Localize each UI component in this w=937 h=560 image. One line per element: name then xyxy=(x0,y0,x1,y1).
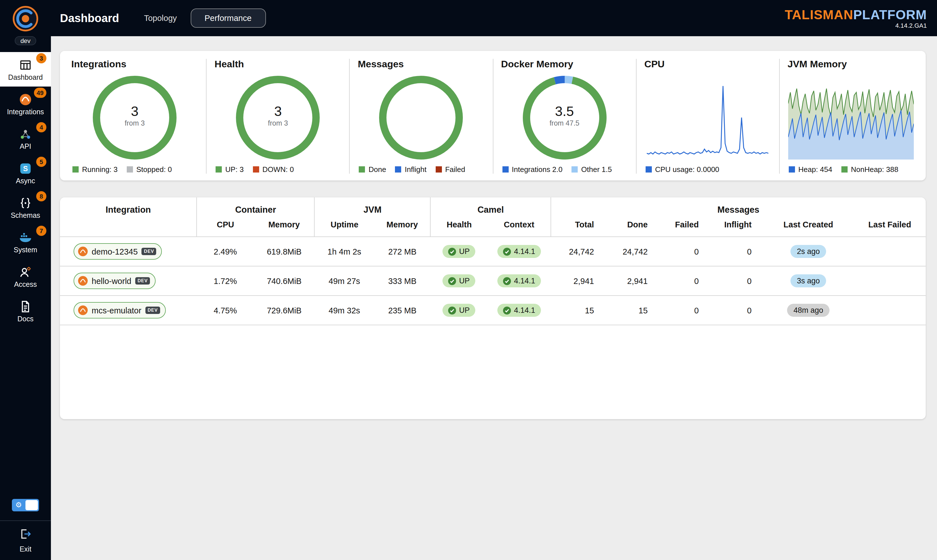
sidebar-item-label: System xyxy=(14,246,37,254)
panel-title: CPU xyxy=(644,59,771,70)
colheader-inflight: Inflight xyxy=(710,217,763,237)
legend-label: DOWN: 0 xyxy=(262,165,294,174)
sidebar-item-label: Schemas xyxy=(11,212,40,220)
camel-icon xyxy=(78,247,88,256)
camel-icon xyxy=(18,93,32,106)
sidebar-item-access[interactable]: Access xyxy=(0,259,51,294)
table-row-mcs-emulator: mcs-emulatorDEV4.75%729.6MiB49m 32s235 M… xyxy=(60,295,926,325)
health-badge: UP xyxy=(443,245,475,258)
legend-item: Integrations 2.0 xyxy=(502,165,562,174)
context-label: 4.14.1 xyxy=(514,306,535,314)
camel-icon xyxy=(78,276,88,286)
sidebar-item-exit[interactable]: Exit xyxy=(0,520,51,560)
sidebar-item-async[interactable]: 5SAsync xyxy=(0,155,51,190)
tab-performance[interactable]: Performance xyxy=(191,8,266,28)
colgroup-integration: Integration xyxy=(60,197,197,217)
cell-jvm_memory: 235 MB xyxy=(374,295,431,325)
cell-uptime: 49m 27s xyxy=(315,266,374,295)
integrations-chart: 3from 3 xyxy=(71,71,198,160)
integration-pill[interactable]: demo-12345DEV xyxy=(74,243,162,260)
version-label: 4.14.2.GA1 xyxy=(785,22,927,29)
integration-name: hello-world xyxy=(92,276,131,285)
header-tabs: TopologyPerformance xyxy=(136,8,266,28)
docker-whale-icon xyxy=(18,231,32,245)
brand-logo-icon[interactable] xyxy=(12,6,38,34)
count-badge: 4 xyxy=(36,122,46,132)
legend-swatch xyxy=(252,166,259,172)
panel-legend: CPU usage: 0.0000 xyxy=(644,165,771,174)
cell-failed: 0 xyxy=(659,266,710,295)
sidebar-item-docs[interactable]: Docs xyxy=(0,294,51,328)
legend-swatch xyxy=(215,166,222,172)
table-row-hello-world: hello-worldDEV1.72%740.6MiB49m 27s333 MB… xyxy=(60,266,926,295)
check-circle-icon xyxy=(448,306,456,314)
sidebar-item-label: Integrations xyxy=(7,108,44,116)
panel-legend: Running: 3Stopped: 0 xyxy=(71,165,198,174)
legend-label: Integrations 2.0 xyxy=(512,165,562,174)
sidebar-item-label: Dashboard xyxy=(8,74,43,82)
legend-item: Stopped: 0 xyxy=(127,165,172,174)
last-created-badge: 48m ago xyxy=(787,304,829,317)
legend-item: Inflight xyxy=(395,165,427,174)
cell-last-failed xyxy=(854,266,926,295)
sidebar-item-api[interactable]: 4API xyxy=(0,121,51,155)
colheader-context: Context xyxy=(488,217,551,237)
sidebar-item-label: Async xyxy=(16,177,35,185)
colheader-cpu: CPU xyxy=(197,217,254,237)
legend-label: UP: 3 xyxy=(225,165,243,174)
panel-legend: Heap: 454NonHeap: 388 xyxy=(788,165,914,174)
cell-jvm_memory: 333 MB xyxy=(374,266,431,295)
last-created-badge: 2s ago xyxy=(791,245,826,258)
legend-swatch xyxy=(502,166,508,172)
count-badge: 8 xyxy=(36,191,46,202)
panel-title: JVM Memory xyxy=(788,59,914,70)
colheader-uptime: Uptime xyxy=(315,217,374,237)
settings-toggle[interactable]: ⚙ xyxy=(12,499,39,511)
panel-legend: DoneInflightFailed xyxy=(358,165,485,174)
colheader-done: Done xyxy=(605,217,659,237)
legend-swatch xyxy=(72,166,78,172)
sidebar-item-dashboard[interactable]: 3Dashboard xyxy=(0,52,51,86)
panel-title: Health xyxy=(214,59,341,70)
cell-uptime: 1h 4m 2s xyxy=(315,237,374,266)
colgroup-container: Container xyxy=(197,197,314,217)
legend-label: CPU usage: 0.0000 xyxy=(655,165,719,174)
cell-last-failed xyxy=(854,295,926,325)
health-label: UP xyxy=(459,247,470,256)
legend-label: Heap: 454 xyxy=(799,165,832,174)
metrics-card: Integrations3from 3Running: 3Stopped: 0H… xyxy=(60,51,926,180)
legend-swatch xyxy=(842,166,848,172)
cell-total: 24,742 xyxy=(551,237,605,266)
cell-failed: 0 xyxy=(659,295,710,325)
panel-legend: Integrations 2.0Other 1.5 xyxy=(501,165,628,174)
sidebar-spacer xyxy=(0,328,51,494)
main-column: Dashboard TopologyPerformance TALISMANPL… xyxy=(51,0,937,560)
sidebar-item-label: Access xyxy=(14,280,37,288)
count-badge: 49 xyxy=(34,88,47,98)
colheader-memory: Memory xyxy=(254,217,314,237)
tab-topology[interactable]: Topology xyxy=(136,9,185,27)
metric-panel-jvm-memory: JVM MemoryHeap: 454NonHeap: 388 xyxy=(780,59,922,174)
colheader-last-failed: Last Failed xyxy=(854,217,926,237)
brand-name: TALISMANPLATFORM xyxy=(785,7,927,23)
legend-item: Done xyxy=(359,165,386,174)
app-root: dev 3Dashboard49Integrations4API5SAsync8… xyxy=(0,0,937,560)
sidebar-item-integrations[interactable]: 49Integrations xyxy=(0,86,51,121)
exit-label: Exit xyxy=(20,545,31,553)
messages-chart xyxy=(358,71,485,160)
colheader-last-created: Last Created xyxy=(763,217,854,237)
cell-last-failed xyxy=(854,237,926,266)
legend-swatch xyxy=(789,166,795,172)
integration-pill[interactable]: hello-worldDEV xyxy=(74,273,155,289)
check-circle-icon xyxy=(448,277,456,285)
access-user-gear-icon xyxy=(19,265,32,279)
panel-legend: UP: 3DOWN: 0 xyxy=(214,165,341,174)
sidebar-item-label: API xyxy=(20,143,31,151)
check-circle-icon xyxy=(448,248,456,255)
sidebar-item-system[interactable]: 7System xyxy=(0,225,51,259)
legend-item: Heap: 454 xyxy=(789,165,832,174)
legend-label: Failed xyxy=(445,165,465,174)
sidebar-item-schemas[interactable]: 8Schemas xyxy=(0,190,51,225)
integration-pill[interactable]: mcs-emulatorDEV xyxy=(74,302,166,318)
legend-swatch xyxy=(435,166,442,172)
